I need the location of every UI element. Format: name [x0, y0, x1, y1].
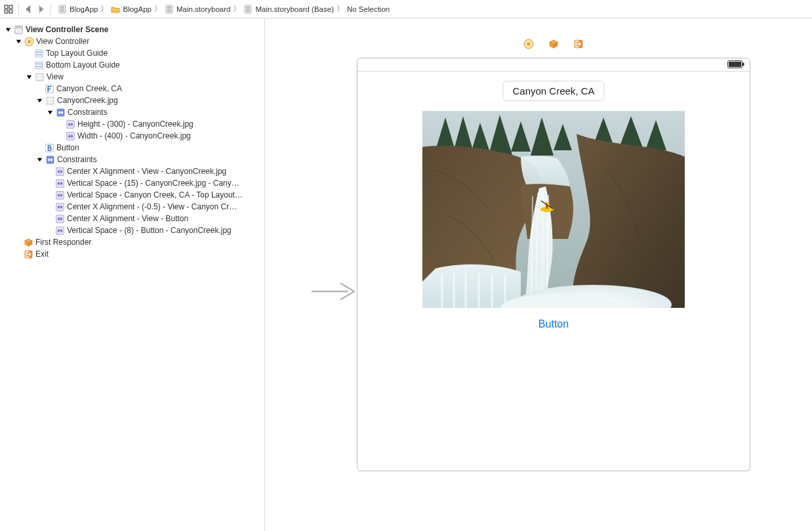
outline-label: Center X Alignment - View - Button	[67, 214, 188, 223]
folder-icon	[111, 5, 120, 14]
battery-icon	[727, 60, 744, 68]
first-responder-icon[interactable]	[548, 39, 559, 49]
chevron-right-icon: 〉	[154, 3, 162, 14]
separator	[51, 3, 51, 15]
uiimageview-canyoncreek[interactable]	[422, 111, 685, 308]
uibutton[interactable]: Button	[538, 318, 569, 330]
status-bar	[357, 58, 750, 72]
disclosure-triangle-icon[interactable]	[35, 156, 43, 163]
constraint-icon	[55, 167, 65, 177]
disclosure-triangle-icon[interactable]	[25, 73, 33, 81]
outline-row-view[interactable]: View	[0, 71, 264, 83]
outline-label: Top Layout Guide	[46, 49, 108, 58]
outline-row-button[interactable]: Button	[0, 142, 264, 154]
outline-label: CanyonCreek.jpg	[57, 96, 118, 105]
disclosure-triangle-icon[interactable]	[4, 26, 12, 33]
outline-row-constraint[interactable]: Vertical Space - (15) - CanyonCreek.jpg …	[0, 177, 264, 189]
outline-row-label[interactable]: Canyon Creek, CA	[0, 83, 264, 95]
outline-label: Vertical Space - (8) - Button - CanyonCr…	[67, 226, 232, 235]
outline-row-constraint[interactable]: Vertical Space - Canyon Creek, CA - Top …	[0, 189, 264, 201]
label-f-icon	[45, 84, 54, 94]
initial-vc-arrow-icon	[311, 278, 355, 305]
constraint-icon	[55, 226, 65, 236]
crumb-storyboard[interactable]: Main.storyboard	[163, 5, 232, 14]
chevron-right-icon: 〉	[336, 3, 344, 14]
view-icon	[45, 96, 55, 106]
waterfall-image	[422, 111, 685, 308]
crumb-label: Main.storyboard (Base)	[255, 5, 334, 13]
nav-forward-icon[interactable]	[36, 5, 45, 14]
scene-dock	[523, 39, 584, 49]
exit-icon[interactable]	[573, 39, 584, 49]
related-items-icon[interactable]	[4, 5, 13, 14]
layout-guide-icon	[34, 49, 44, 58]
crumb-folder[interactable]: BlogApp	[110, 5, 152, 14]
outline-row-constraints-group[interactable]: Constraints	[0, 154, 264, 165]
outline-label: Constraints	[57, 155, 97, 164]
nav-back-icon[interactable]	[24, 5, 33, 14]
storyboard-icon	[58, 5, 67, 14]
constraints-group-icon	[56, 108, 66, 117]
outline-label: Height - (300) - CanyonCreek.jpg	[77, 119, 193, 129]
outline-row-scene[interactable]: View Controller Scene	[0, 24, 264, 35]
outline-label: Exit	[35, 249, 49, 259]
cube-icon	[24, 238, 33, 247]
outline-row-constraint[interactable]: Vertical Space - (8) - Button - CanyonCr…	[0, 224, 264, 236]
constraint-icon	[55, 202, 65, 212]
storyboard-icon	[165, 5, 174, 14]
outline-label: Vertical Space - Canyon Creek, CA - Top …	[67, 190, 243, 200]
outline-label: Center X Alignment - View - CanyonCreek.…	[67, 167, 226, 176]
constraints-group-icon	[45, 155, 55, 165]
outline-row-constraint[interactable]: Width - (400) - CanyonCreek.jpg	[0, 130, 264, 142]
outline-row-exit[interactable]: Exit	[0, 248, 264, 260]
outline-row-constraint[interactable]: Center X Alignment - View - Button	[0, 213, 264, 224]
button-b-icon	[45, 143, 54, 153]
constraint-icon	[66, 119, 75, 129]
outline-row-constraint[interactable]: Center X Alignment - (-0.5) - View - Can…	[0, 201, 264, 213]
constraint-icon	[55, 214, 65, 224]
outline-label: Vertical Space - (15) - CanyonCreek.jpg …	[67, 179, 239, 188]
view-content[interactable]: Canyon Creek, CA	[357, 72, 750, 471]
constraint-icon	[55, 190, 65, 200]
constraint-icon	[66, 131, 75, 141]
crumb-no-selection[interactable]: No Selection	[346, 5, 391, 13]
crumb-project[interactable]: BlogApp	[56, 5, 99, 14]
outline-label: View Controller Scene	[26, 25, 109, 34]
outline-row-first-responder[interactable]: First Responder	[0, 236, 264, 248]
disclosure-triangle-icon[interactable]	[14, 37, 22, 45]
storyboard-canvas[interactable]: Canyon Creek, CA	[265, 18, 812, 531]
uilabel-canyon-creek[interactable]: Canyon Creek, CA	[502, 81, 604, 101]
disclosure-triangle-icon[interactable]	[35, 96, 43, 104]
uilabel-text: Canyon Creek, CA	[512, 85, 594, 96]
outline-label: View Controller	[36, 37, 89, 46]
layout-guide-icon	[34, 60, 44, 70]
chevron-right-icon: 〉	[100, 3, 108, 14]
crumb-label: BlogApp	[70, 5, 98, 13]
outline-row-imageview[interactable]: CanyonCreek.jpg	[0, 95, 264, 106]
outline-row-bottom-guide[interactable]: Bottom Layout Guide	[0, 59, 264, 71]
device-frame[interactable]: Canyon Creek, CA	[357, 58, 750, 471]
viewcontroller-icon[interactable]	[523, 39, 534, 49]
outline-label: Width - (400) - CanyonCreek.jpg	[77, 131, 191, 140]
outline-row-constraints-group[interactable]: Constraints	[0, 106, 264, 118]
chevron-right-icon: 〉	[233, 3, 241, 14]
disclosure-triangle-icon[interactable]	[46, 108, 54, 116]
view-icon	[35, 72, 45, 82]
uibutton-title: Button	[538, 318, 569, 329]
separator	[18, 3, 19, 15]
outline-label: Button	[56, 143, 79, 152]
outline-row-constraint[interactable]: Height - (300) - CanyonCreek.jpg	[0, 118, 264, 130]
outline-row-vc[interactable]: View Controller	[0, 35, 264, 47]
svg-rect-24	[742, 63, 744, 66]
exit-icon	[24, 249, 33, 259]
outline-label: Bottom Layout Guide	[46, 60, 120, 70]
constraint-icon	[55, 179, 65, 188]
crumb-label: BlogApp	[123, 5, 151, 13]
outline-row-top-guide[interactable]: Top Layout Guide	[0, 47, 264, 59]
storyboard-icon	[243, 5, 253, 14]
document-outline[interactable]: View Controller Scene View Controller To…	[0, 18, 265, 531]
outline-label: View	[47, 72, 64, 81]
crumb-storyboard-base[interactable]: Main.storyboard (Base)	[242, 5, 335, 14]
toolbar: BlogApp 〉 BlogApp 〉 Main.storyboard 〉 Ma…	[0, 0, 812, 18]
outline-row-constraint[interactable]: Center X Alignment - View - CanyonCreek.…	[0, 165, 264, 177]
